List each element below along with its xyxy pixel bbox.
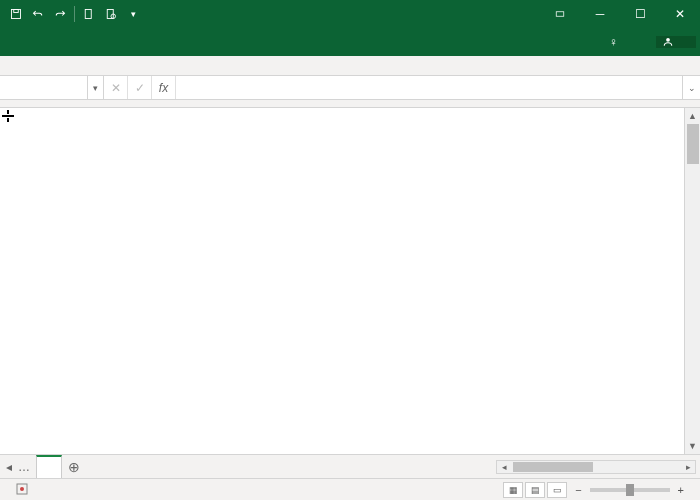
zoom-in-icon[interactable]: + bbox=[678, 484, 684, 496]
expand-formula-bar-icon[interactable]: ⌄ bbox=[682, 76, 700, 99]
namebox-dropdown-icon[interactable]: ▾ bbox=[88, 76, 104, 99]
close-button[interactable]: ✕ bbox=[660, 0, 700, 28]
scroll-down-icon[interactable]: ▼ bbox=[685, 438, 700, 454]
tab-nav: ◂ … bbox=[0, 455, 36, 478]
scroll-left-icon[interactable]: ◂ bbox=[497, 462, 511, 472]
macro-record-icon[interactable] bbox=[16, 483, 28, 497]
svg-rect-0 bbox=[12, 10, 21, 19]
sheet-tab-active[interactable] bbox=[36, 455, 62, 478]
tab-more-icon[interactable]: … bbox=[18, 460, 30, 474]
qat-customize-icon[interactable]: ▾ bbox=[123, 4, 143, 24]
horizontal-scrollbar[interactable]: ◂ ▸ bbox=[86, 455, 700, 478]
window-controls: ─ ☐ ✕ bbox=[540, 0, 700, 28]
svg-rect-2 bbox=[85, 10, 91, 19]
ribbon-options-icon[interactable] bbox=[540, 0, 580, 28]
save-icon[interactable] bbox=[6, 4, 26, 24]
print-preview-icon[interactable] bbox=[101, 4, 121, 24]
svg-point-6 bbox=[666, 38, 670, 42]
formula-bar-row: ▾ ✕ ✓ fx ⌄ bbox=[0, 76, 700, 100]
page-break-view-icon[interactable]: ▭ bbox=[547, 482, 567, 498]
statusbar: ▦ ▤ ▭ − + bbox=[0, 478, 700, 500]
ribbon-tabs: ♀ bbox=[0, 28, 700, 56]
zoom-slider[interactable] bbox=[590, 488, 670, 492]
view-buttons: ▦ ▤ ▭ bbox=[503, 482, 567, 498]
scroll-right-icon[interactable]: ▸ bbox=[681, 462, 695, 472]
share-button[interactable] bbox=[656, 36, 696, 48]
redo-icon[interactable] bbox=[50, 4, 70, 24]
scroll-thumb[interactable] bbox=[687, 124, 699, 164]
tell-me[interactable]: ♀ bbox=[603, 35, 636, 49]
sheet-tabs-row: ◂ … ⊕ ◂ ▸ bbox=[0, 454, 700, 478]
name-box[interactable] bbox=[0, 76, 88, 99]
fx-icon[interactable]: fx bbox=[152, 76, 176, 99]
vertical-scrollbar[interactable]: ▲ ▼ bbox=[684, 108, 700, 454]
hscroll-thumb[interactable] bbox=[513, 462, 593, 472]
new-icon[interactable] bbox=[79, 4, 99, 24]
new-sheet-icon[interactable]: ⊕ bbox=[62, 455, 86, 478]
zoom-out-icon[interactable]: − bbox=[575, 484, 581, 496]
grid[interactable] bbox=[0, 108, 684, 454]
minimize-button[interactable]: ─ bbox=[580, 0, 620, 28]
maximize-button[interactable]: ☐ bbox=[620, 0, 660, 28]
tab-prev-icon[interactable]: ◂ bbox=[6, 460, 12, 474]
ribbon-right: ♀ bbox=[603, 28, 696, 56]
enter-icon[interactable]: ✓ bbox=[128, 76, 152, 99]
cell-cursor-icon bbox=[0, 108, 16, 124]
cancel-icon[interactable]: ✕ bbox=[104, 76, 128, 99]
titlebar: ▾ ─ ☐ ✕ bbox=[0, 0, 700, 28]
normal-view-icon[interactable]: ▦ bbox=[503, 482, 523, 498]
ribbon-body bbox=[0, 56, 700, 76]
scroll-up-icon[interactable]: ▲ bbox=[685, 108, 700, 124]
svg-rect-1 bbox=[14, 10, 19, 13]
undo-icon[interactable] bbox=[28, 4, 48, 24]
page-layout-view-icon[interactable]: ▤ bbox=[525, 482, 545, 498]
svg-point-8 bbox=[20, 487, 24, 491]
quick-access-toolbar: ▾ bbox=[0, 4, 149, 24]
sheet-area: ▲ ▼ bbox=[0, 108, 700, 454]
svg-rect-5 bbox=[556, 12, 564, 17]
